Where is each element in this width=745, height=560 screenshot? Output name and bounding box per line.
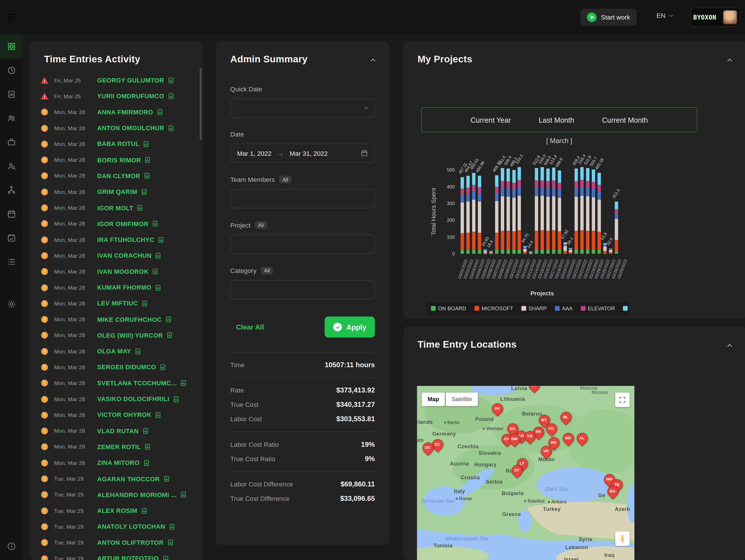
sidebar-item-calendar[interactable] (0, 202, 23, 226)
time-entry-row[interactable]: Mon, Mar 28ZEMER ROTIL (30, 439, 203, 455)
time-entry-row[interactable]: Mon, Mar 28IVAN MOGOROK (30, 263, 203, 279)
brand-badge[interactable]: BYOXON (690, 8, 740, 27)
time-entry-row[interactable]: Mon, Mar 28ANTON OMGULCHUR (30, 120, 203, 136)
chart-bar[interactable] (558, 170, 561, 254)
apply-button[interactable]: Apply (325, 317, 375, 338)
sidebar-item-time[interactable] (0, 58, 23, 82)
time-entry-row[interactable]: Mon, Mar 28ANNA FMIRMORO (30, 104, 203, 120)
chart-bar[interactable] (575, 169, 578, 254)
time-entry-row[interactable]: Mon, Mar 28BORIS RIMOR (30, 152, 203, 168)
time-entry-row[interactable]: Mon, Mar 28IVAN CORACHUN (30, 248, 203, 263)
entry-name[interactable]: ANTON OMGULCHUR (97, 124, 164, 132)
sidebar-item-tasks[interactable] (0, 250, 23, 274)
entry-name[interactable]: VASIKO DOLOCIFHRILI (97, 396, 169, 403)
entry-name[interactable]: AGARAN THOCCOR (97, 475, 160, 483)
time-entry-row[interactable]: Tue, Mar 29ARTUR ROTFOTFIO (30, 551, 203, 560)
range-button-last-month[interactable]: Last Month (539, 116, 574, 124)
time-entry-row[interactable]: Mon, Mar 28DAN CLYMOR (30, 168, 203, 184)
chart-bar[interactable] (478, 175, 481, 254)
entry-name[interactable]: ANTON OLIFTROTOR (97, 539, 163, 546)
satellite-button[interactable]: Satellite (446, 393, 478, 406)
time-entry-row[interactable]: Mon, Mar 28VASIKO DOLOCIFHRILI (30, 391, 203, 407)
entry-name[interactable]: SVETLANA TCOCHUMC... (97, 380, 176, 387)
date-range-input[interactable]: Mar 1, 2022 → Mar 31, 2022 (230, 144, 375, 163)
chart-bar[interactable] (580, 167, 584, 254)
time-entry-row[interactable]: Mon, Mar 28IRA FTUHOLCHYC (30, 232, 203, 248)
time-entry-row[interactable]: Mon, Mar 28MIKE CORUFHCHOC (30, 311, 203, 327)
sidebar-item-dashboard[interactable] (0, 34, 23, 58)
range-button-current-year[interactable]: Current Year (471, 116, 511, 124)
chart-bar[interactable] (529, 252, 533, 254)
map-button[interactable]: Map (422, 393, 445, 406)
sidebar-item-jobs[interactable] (0, 130, 23, 154)
entry-name[interactable]: ANNA FMIRMORO (97, 109, 153, 116)
entry-name[interactable]: OLEG (Will) YURCOR (97, 332, 163, 339)
chart-bar[interactable] (597, 173, 601, 254)
time-entry-row[interactable]: Tue, Mar 29ANATOLY LOTOCHAN (30, 519, 203, 534)
chart-bar[interactable] (501, 168, 504, 254)
start-work-button[interactable]: Start work (580, 9, 637, 26)
time-entry-row[interactable]: Fri, Mar 25GEORGY GULUMTOR (30, 72, 203, 88)
chart-bar[interactable] (541, 167, 544, 254)
time-entry-row[interactable]: Tue, Mar 29ALEX ROSIM (30, 503, 203, 519)
fullscreen-button[interactable] (615, 393, 629, 407)
entry-name[interactable]: SERGEII DIDUMCO (97, 364, 156, 371)
time-entry-row[interactable]: Mon, Mar 28SERGEII DIDUMCO (30, 359, 203, 375)
time-entry-row[interactable]: Tue, Mar 29ALEHANDRO MORIOMI ... (30, 487, 203, 502)
entry-name[interactable]: ANATOLY LOTOCHAN (97, 523, 165, 530)
entry-name[interactable]: VLAD RUTAN (97, 428, 138, 435)
entry-name[interactable]: OLGA MAY (97, 348, 131, 355)
chart-bar[interactable] (489, 251, 493, 254)
entry-name[interactable]: ZEMER ROTIL (97, 443, 141, 451)
scrollbar[interactable] (200, 68, 202, 140)
entry-name[interactable]: MIKE CORUFHCHOC (97, 316, 161, 323)
entry-name[interactable]: IGOR MOLT (97, 204, 133, 211)
sidebar-item-schedule[interactable] (0, 226, 23, 250)
chart-bar[interactable] (472, 173, 476, 254)
map[interactable]: MoscowМоскваLatviaLithuaniaBelarusPoland… (417, 386, 635, 560)
entry-name[interactable]: BORIS RIMOR (97, 156, 141, 164)
time-entry-row[interactable]: Mon, Mar 28IGOR OMIFIMOR (30, 216, 203, 232)
time-entry-row[interactable]: Mon, Mar 28IGOR MOLT (30, 200, 203, 216)
entry-name[interactable]: LEV MIFTIUC (97, 300, 138, 307)
sidebar-item-structure[interactable] (0, 178, 23, 202)
entry-name[interactable]: ARTUR ROTFOTFIO (97, 555, 159, 560)
chart-bar[interactable] (586, 168, 589, 254)
sidebar-item-team[interactable] (0, 106, 23, 130)
pegman-icon[interactable] (615, 532, 629, 546)
clear-all-button[interactable]: Clear All (230, 323, 264, 331)
entry-name[interactable]: ALEHANDRO MORIOMI ... (97, 491, 176, 498)
chart-bar[interactable] (506, 169, 510, 254)
time-entry-row[interactable]: Mon, Mar 28VICTOR OHYROK (30, 407, 203, 423)
chart-bar[interactable] (461, 177, 464, 254)
chart-bar[interactable] (546, 168, 550, 254)
time-entry-row[interactable]: Mon, Mar 28GRIM QARIM (30, 184, 203, 200)
entry-name[interactable]: IRA FTUHOLCHYC (97, 236, 154, 243)
entry-name[interactable]: VICTOR OHYROK (97, 411, 152, 419)
entry-name[interactable]: YURII OMDRUFUMCO (97, 93, 164, 100)
time-entry-row[interactable]: Tue, Mar 29ANTON OLIFTROTOR (30, 535, 203, 551)
collapse-button[interactable] (726, 342, 734, 352)
time-entry-row[interactable]: Mon, Mar 28SVETLANA TCOCHUMC... (30, 375, 203, 391)
time-entry-row[interactable]: Mon, Mar 28KUMAR FHORMO (30, 279, 203, 295)
chart-bar[interactable] (523, 246, 527, 254)
chart-bar[interactable] (552, 168, 555, 254)
chart-bar[interactable] (484, 250, 487, 254)
chart-bar[interactable] (495, 175, 498, 254)
chart-bar[interactable] (512, 170, 515, 254)
team-members-input[interactable] (230, 189, 375, 208)
chart-bar[interactable] (609, 248, 612, 254)
time-entry-row[interactable]: Mon, Mar 28ZINA MITORO (30, 455, 203, 471)
time-entry-row[interactable]: Mon, Mar 28OLGA MAY (30, 343, 203, 359)
entry-name[interactable]: ALEX ROSIM (97, 507, 137, 514)
collapse-button[interactable] (369, 57, 377, 66)
time-entry-row[interactable]: Mon, Mar 28BABA ROTUL (30, 136, 203, 152)
chart-bar[interactable] (592, 169, 595, 254)
entry-name[interactable]: DAN CLYMOR (97, 172, 140, 179)
entry-name[interactable]: ZINA MITORO (97, 459, 140, 467)
chart-bar[interactable] (535, 168, 539, 254)
time-entry-row[interactable]: Mon, Mar 28VLAD RUTAN (30, 423, 203, 439)
chart-bar[interactable] (569, 248, 573, 254)
range-button-current-month[interactable]: Current Month (602, 116, 648, 124)
sidebar-item-recruiting[interactable] (0, 154, 23, 178)
